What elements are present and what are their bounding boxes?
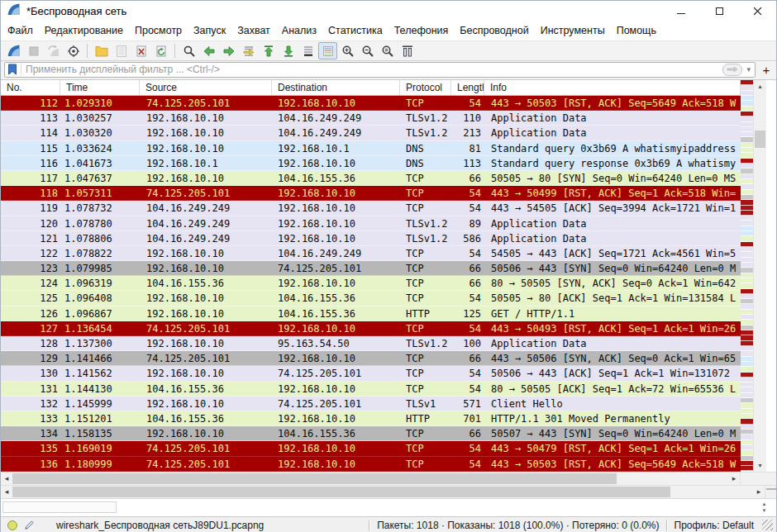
hscrollbar-thumb[interactable]	[12, 473, 617, 484]
zoom-out-button[interactable]	[358, 42, 377, 59]
scroll-down-icon[interactable]: ▾	[754, 459, 766, 472]
packet-row[interactable]: 1291.14146674.125.205.101192.168.10.10TC…	[1, 351, 741, 366]
packet-list-hscrollbar[interactable]: ◂ ▸	[1, 473, 740, 485]
packet-row[interactable]: 1141.030320192.168.10.10104.16.249.249TL…	[1, 126, 741, 140]
packet-row[interactable]: 1261.096867192.168.10.10104.16.155.36HTT…	[1, 306, 741, 321]
filter-bookmark-icon[interactable]	[7, 64, 21, 75]
colorize-button[interactable]	[318, 42, 337, 59]
packet-row[interactable]: 1211.078806104.16.249.249192.168.10.10TL…	[1, 231, 741, 246]
packet-row[interactable]: 1251.096408192.168.10.10104.16.155.36TCP…	[1, 291, 741, 306]
last-packet-button[interactable]	[279, 42, 298, 59]
menu-analyze[interactable]: Анализ	[282, 25, 317, 36]
cell-dst: 104.16.249.249	[272, 126, 400, 140]
vertical-scrollbar-thumb[interactable]	[755, 131, 765, 148]
packet-row[interactable]: 1201.078780104.16.249.249192.168.10.10TL…	[1, 216, 741, 231]
menu-go[interactable]: Запуск	[193, 25, 226, 36]
packet-row[interactable]: 1121.02931074.125.205.101192.168.10.10TC…	[1, 96, 741, 111]
detail-pane-hscrollbar[interactable]: ◂ ▸	[1, 486, 765, 498]
zoom-in-button[interactable]	[338, 42, 357, 59]
menu-file[interactable]: Файл	[7, 25, 33, 36]
previous-packet-button[interactable]	[199, 42, 218, 59]
splitter-handle[interactable]	[766, 488, 776, 490]
column-header-info[interactable]: Info	[484, 80, 741, 95]
close-button[interactable]	[738, 1, 776, 21]
menu-capture[interactable]: Захват	[237, 25, 270, 36]
packet-row[interactable]: 1171.047637192.168.10.10104.16.155.36TCP…	[1, 171, 741, 186]
packet-counts: Пакеты: 1018 · Показаны: 1018 (100.0%) ·…	[377, 520, 659, 531]
packet-row[interactable]: 1361.18099974.125.205.101192.168.10.10TC…	[1, 457, 741, 472]
column-header-no[interactable]: No.	[1, 80, 60, 95]
reload-file-button[interactable]	[151, 42, 170, 59]
cell-len: 54	[451, 457, 484, 472]
scroll-left-icon[interactable]: ◂	[1, 473, 12, 485]
menu-telephony[interactable]: Телефония	[394, 25, 449, 36]
scroll-right-icon[interactable]: ▸	[728, 473, 740, 485]
packet-row[interactable]: 1221.078822192.168.10.10104.16.249.249TC…	[1, 246, 741, 261]
scroll-down-icon[interactable]: ▾	[759, 507, 770, 514]
cell-len: 213	[451, 126, 484, 140]
menu-wireless[interactable]: Беспроводной	[460, 25, 528, 36]
find-packet-button[interactable]	[179, 42, 198, 59]
packet-row[interactable]: 1281.137300192.168.10.1095.163.54.50TLSv…	[1, 336, 741, 351]
column-header-protocol[interactable]: Protocol	[400, 80, 451, 95]
collapsed-scrollbar[interactable]: ▴ ▾	[759, 501, 770, 514]
menu-tools[interactable]: Инструменты	[541, 25, 605, 36]
scroll-right-icon[interactable]: ▸	[753, 486, 765, 498]
minimize-button[interactable]	[662, 1, 700, 21]
capture-options-button[interactable]	[64, 42, 83, 59]
capture-filename[interactable]: wireshark_Беспроводная сетьJ89DU1.pcapng	[56, 520, 264, 531]
profile-selector[interactable]: Профиль: Default	[675, 520, 755, 531]
resize-columns-button[interactable]	[398, 42, 417, 59]
packet-row[interactable]: 1181.05731174.125.205.101192.168.10.10TC…	[1, 186, 741, 201]
menu-statistics[interactable]: Статистика	[328, 25, 383, 36]
packet-row[interactable]: 1311.144130104.16.155.36192.168.10.10TCP…	[1, 382, 741, 397]
apply-filter-button[interactable]	[722, 64, 742, 76]
zoom-reset-button[interactable]	[378, 42, 397, 59]
add-filter-button[interactable]: +	[760, 64, 773, 76]
packet-minimap[interactable]	[741, 80, 753, 472]
menu-help[interactable]: Помощь	[617, 25, 656, 36]
menu-view[interactable]: Просмотр	[135, 25, 182, 36]
filter-dropdown-icon[interactable]: ▾	[745, 65, 752, 74]
scroll-up-icon[interactable]: ▴	[754, 80, 766, 93]
save-file-button[interactable]	[112, 42, 131, 59]
maximize-button[interactable]	[700, 1, 738, 21]
first-packet-button[interactable]	[259, 42, 278, 59]
restart-capture-button[interactable]	[44, 42, 63, 59]
packet-row[interactable]: 1231.079985192.168.10.1074.125.205.101TC…	[1, 261, 741, 276]
vertical-scrollbar[interactable]: ▴ ▾	[753, 80, 766, 472]
packet-row[interactable]: 1271.13645474.125.205.101192.168.10.10TC…	[1, 321, 741, 336]
column-header-time[interactable]: Time	[60, 80, 140, 95]
packet-row[interactable]: 1341.158135192.168.10.10104.16.155.36TCP…	[1, 426, 741, 441]
cell-time: 1.145999	[60, 397, 140, 411]
close-file-button[interactable]	[131, 42, 150, 59]
packet-row[interactable]: 1131.030257192.168.10.10104.16.249.249TL…	[1, 111, 741, 126]
start-capture-button[interactable]	[4, 42, 23, 59]
go-to-packet-button[interactable]	[239, 42, 258, 59]
scroll-left-icon[interactable]: ◂	[1, 486, 12, 498]
cell-no: 121	[1, 231, 60, 246]
column-header-destination[interactable]: Destination	[272, 80, 400, 95]
packet-row[interactable]: 1351.16901974.125.205.101192.168.10.10TC…	[1, 441, 741, 456]
cell-no: 126	[1, 306, 60, 321]
packet-row[interactable]: 1241.096319104.16.155.36192.168.10.10TCP…	[1, 276, 741, 291]
column-header-length[interactable]: Length	[451, 80, 484, 95]
capture-comment-icon[interactable]	[24, 520, 35, 530]
packet-row[interactable]: 1151.033624192.168.10.10192.168.10.1DNS8…	[1, 141, 741, 156]
open-file-button[interactable]	[92, 42, 111, 59]
packet-row[interactable]: 1321.145999192.168.10.1074.125.205.101TL…	[1, 397, 741, 411]
menu-edit[interactable]: Редактирование	[45, 25, 123, 36]
packet-row[interactable]: 1331.151201104.16.155.36192.168.10.10HTT…	[1, 411, 741, 426]
display-filter-input[interactable]: Применить дисплейный фильтр ... <Ctrl-/>…	[4, 62, 756, 78]
packet-row[interactable]: 1191.078732104.16.249.249192.168.10.10TC…	[1, 201, 741, 216]
column-header-source[interactable]: Source	[140, 80, 272, 95]
scroll-up-icon[interactable]: ▴	[759, 501, 770, 507]
stop-capture-button[interactable]	[24, 42, 43, 59]
next-packet-button[interactable]	[219, 42, 238, 59]
resize-grip[interactable]	[762, 520, 773, 530]
hscrollbar-thumb[interactable]	[12, 487, 670, 497]
packet-row[interactable]: 1161.041673192.168.10.1192.168.10.10DNS1…	[1, 156, 741, 171]
packet-row[interactable]: 1301.141562192.168.10.1074.125.205.101TC…	[1, 366, 741, 381]
expert-info-icon[interactable]	[7, 520, 17, 530]
auto-scroll-button[interactable]	[298, 42, 317, 59]
